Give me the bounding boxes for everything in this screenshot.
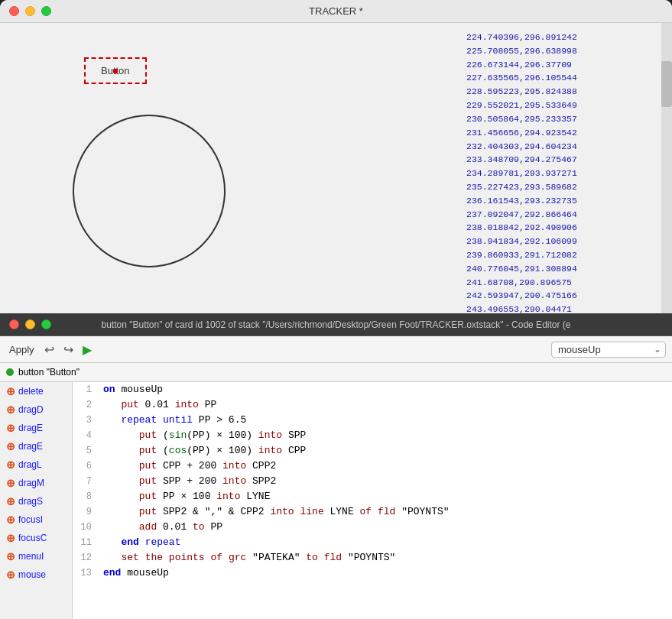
maximize-button-bottom[interactable]	[41, 319, 51, 329]
coordinate-line: 225.708055,296.638998	[466, 44, 657, 58]
line-content: put PP × 100 into LYNE	[99, 489, 672, 504]
close-button-bottom[interactable]	[9, 319, 19, 329]
code-line[interactable]: 4 put (sin(PP) × 100) into SPP	[73, 428, 672, 443]
plus-icon: ⊕	[6, 569, 15, 581]
line-number: 13	[73, 566, 99, 581]
sidebar-item[interactable]: ⊕mouse	[0, 566, 72, 584]
handler-select-wrapper[interactable]: mouseUp mouseDown mouseEnter mouseLeave …	[551, 342, 666, 358]
apply-button[interactable]: Apply	[6, 342, 37, 357]
code-line[interactable]: 2 put 0.01 into PP	[73, 397, 672, 413]
sidebar-item[interactable]: ⊕dragE	[0, 437, 72, 455]
sidebar-item-label: dragL	[18, 459, 42, 470]
plus-icon: ⊕	[6, 422, 15, 434]
line-number: 5	[73, 443, 99, 459]
coordinate-line: 239.860933,291.712082	[466, 248, 657, 262]
line-content: put SPP2 & "," & CPP2 into line LYNE of …	[99, 504, 672, 520]
sidebar-item[interactable]: ⊕dragE	[0, 419, 72, 437]
coordinate-line: 238.018842,292.490906	[466, 221, 657, 235]
line-content: end mouseUp	[99, 566, 672, 581]
minimize-button[interactable]	[25, 6, 35, 16]
code-editor-toolbar: Apply ↩ ↪ ▶ mouseUp mouseDown mouseEnter…	[0, 336, 672, 363]
code-line[interactable]: 10 add 0.01 to PP	[73, 520, 672, 535]
plus-icon: ⊕	[6, 459, 15, 471]
plus-icon: ⊕	[6, 550, 15, 562]
code-line[interactable]: 7 put SPP + 200 into SPP2	[73, 474, 672, 489]
coordinate-line: 242.593947,290.475166	[466, 289, 657, 303]
plus-icon: ⊕	[6, 495, 15, 507]
coordinate-line: 230.505864,295.233357	[466, 112, 657, 126]
line-content: end repeat	[99, 535, 672, 550]
coordinates-panel: 224.740396,296.891242225.708055,296.6389…	[463, 23, 661, 313]
sidebar-item[interactable]: ⊕delete	[0, 382, 72, 400]
code-line[interactable]: 13end mouseUp	[73, 566, 672, 581]
line-content: put SPP + 200 into SPP2	[99, 474, 672, 489]
line-content: on mouseUp	[99, 382, 672, 397]
sidebar-item[interactable]: ⊕dragL	[0, 455, 72, 474]
coordinate-line: 235.227423,293.589682	[466, 180, 657, 194]
line-content: put (cos(PP) × 100) into CPP	[99, 443, 672, 459]
code-editor[interactable]: 1on mouseUp2 put 0.01 into PP3 repeat un…	[73, 382, 672, 619]
line-number: 7	[73, 474, 99, 489]
line-content: add 0.01 to PP	[99, 520, 672, 535]
handler-status-dot	[6, 368, 14, 376]
line-number: 6	[73, 459, 99, 474]
title-bar-bottom: button "Button" of card id 1002 of stack…	[0, 313, 672, 336]
handler-tab: button "Button"	[0, 363, 672, 382]
coordinate-line: 228.595223,295.824388	[466, 85, 657, 99]
sidebar-item[interactable]: ⊕dragS	[0, 492, 72, 510]
sidebar-item-label: delete	[18, 386, 44, 397]
undo-button[interactable]: ↩	[42, 341, 57, 358]
code-area: ⊕delete⊕dragD⊕dragE⊕dragE⊕dragL⊕dragM⊕dr…	[0, 382, 672, 619]
code-line[interactable]: 3 repeat until PP > 6.5	[73, 413, 672, 428]
code-line[interactable]: 12 set the points of grc "PATEKA" to fld…	[73, 550, 672, 566]
maximize-button[interactable]	[41, 6, 51, 16]
handler-select[interactable]: mouseUp mouseDown mouseEnter mouseLeave	[551, 342, 666, 358]
handler-tab-label: button "Button"	[18, 367, 80, 378]
redo-button[interactable]: ↪	[61, 341, 76, 358]
scrollbar-thumb[interactable]	[661, 61, 672, 107]
plus-icon: ⊕	[6, 514, 15, 526]
window-controls-bottom[interactable]	[9, 319, 51, 329]
sidebar-item[interactable]: ⊕menuI	[0, 547, 72, 566]
line-number: 4	[73, 428, 99, 443]
coordinate-line: 234.289781,293.937271	[466, 167, 657, 180]
sidebar-item[interactable]: ⊕dragM	[0, 474, 72, 492]
coordinate-line: 231.456656,294.923542	[466, 126, 657, 140]
line-number: 9	[73, 504, 99, 520]
code-line[interactable]: 8 put PP × 100 into LYNE	[73, 489, 672, 504]
sidebar-item[interactable]: ⊕dragD	[0, 400, 72, 419]
line-content: repeat until PP > 6.5	[99, 413, 672, 428]
minimize-button-bottom[interactable]	[25, 319, 35, 329]
code-line[interactable]: 9 put SPP2 & "," & CPP2 into line LYNE o…	[73, 504, 672, 520]
run-button[interactable]: ▶	[80, 341, 94, 358]
window-controls-top[interactable]	[9, 6, 51, 16]
code-line[interactable]: 5 put (cos(PP) × 100) into CPP	[73, 443, 672, 459]
button-label: Button	[101, 65, 130, 76]
code-line[interactable]: 1on mouseUp	[73, 382, 672, 397]
sidebar-item-label: dragE	[18, 423, 43, 433]
line-number: 10	[73, 520, 99, 535]
line-number: 12	[73, 550, 99, 566]
code-line[interactable]: 6 put CPP + 200 into CPP2	[73, 459, 672, 474]
line-number: 1	[73, 382, 99, 397]
sidebar-item[interactable]: ⊕focusC	[0, 529, 72, 547]
button-element[interactable]: Button	[84, 57, 147, 84]
coordinate-line: 227.635565,296.105544	[466, 71, 657, 85]
tracker-window: TRACKER * Button 224.740396,296.89124222…	[0, 0, 672, 313]
code-line[interactable]: 11 end repeat	[73, 535, 672, 550]
sidebar-item-label: mouse	[18, 569, 46, 580]
coordinate-line: 236.161543,293.232735	[466, 194, 657, 208]
line-content: put 0.01 into PP	[99, 397, 672, 413]
sidebar-item-label: dragM	[18, 478, 44, 488]
code-editor-window: button "Button" of card id 1002 of stack…	[0, 313, 672, 619]
line-number: 2	[73, 397, 99, 413]
scrollbar-track[interactable]	[661, 23, 672, 313]
close-button[interactable]	[9, 6, 19, 16]
circle-shape	[73, 115, 226, 267]
coordinate-line: 238.941834,292.106099	[466, 235, 657, 248]
sidebar-item-label: dragE	[18, 441, 43, 452]
sidebar-item-label: dragD	[18, 404, 44, 415]
line-number: 3	[73, 413, 99, 428]
coordinate-line: 226.673144,296.37709	[466, 58, 657, 72]
sidebar-item[interactable]: ⊕focusI	[0, 510, 72, 529]
